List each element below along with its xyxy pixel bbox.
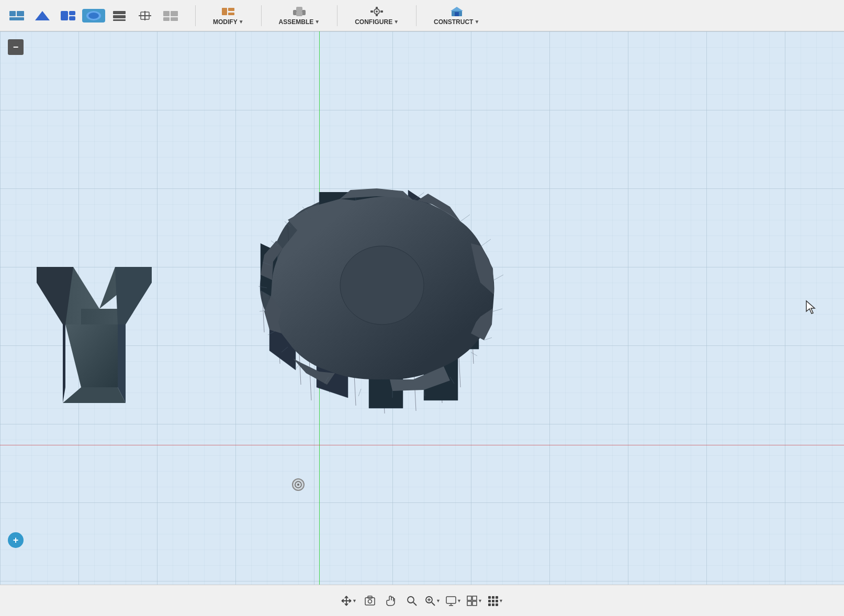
toolbar-icon-active[interactable] (82, 9, 105, 23)
viewport-canvas[interactable]: − (0, 31, 844, 585)
svg-point-26 (376, 10, 378, 13)
separator-2 (261, 5, 262, 26)
move-dropdown-arrow: ▼ (352, 598, 357, 603)
origin-point[interactable] (292, 478, 305, 491)
add-button[interactable]: + (8, 532, 24, 548)
svg-rect-23 (296, 7, 302, 12)
assemble-label: ASSEMBLE (279, 18, 314, 26)
svg-rect-28 (376, 14, 378, 16)
svg-rect-66 (496, 596, 498, 599)
modify-arrow: ▼ (239, 19, 244, 25)
svg-rect-33 (455, 12, 459, 16)
svg-rect-63 (472, 601, 477, 606)
toolbar-icon-1[interactable] (5, 9, 28, 23)
svg-marker-40 (63, 324, 65, 403)
toolbar-icon-4[interactable] (108, 9, 131, 23)
move-tool-button[interactable]: ▼ (341, 592, 357, 609)
grid-dropdown-arrow: ▼ (478, 598, 482, 603)
configure-arrow: ▼ (393, 19, 399, 25)
svg-rect-7 (69, 16, 75, 20)
display-mode-button[interactable]: ▼ (445, 592, 462, 609)
minus-button[interactable]: − (8, 39, 24, 55)
construct-arrow: ▼ (474, 19, 479, 25)
modify-label: MODIFY (213, 18, 238, 26)
svg-rect-27 (376, 7, 378, 9)
top-toolbar: MODIFY ▼ ASSEMBLE ▼ (0, 0, 844, 31)
assemble-button[interactable]: ASSEMBLE ▼ (275, 4, 324, 28)
svg-point-44 (340, 246, 424, 324)
layout-button[interactable]: ▼ (487, 592, 504, 609)
svg-rect-62 (467, 601, 471, 606)
toolbar-icon-2[interactable] (31, 9, 54, 23)
construct-label: CONSTRUCT (434, 18, 473, 26)
svg-rect-49 (368, 596, 372, 598)
svg-rect-69 (496, 600, 498, 602)
svg-point-46 (297, 484, 299, 486)
svg-marker-32 (451, 7, 463, 11)
separator-3 (337, 5, 337, 26)
toolbar-icon-5[interactable] (133, 9, 156, 23)
svg-rect-15 (171, 11, 178, 16)
svg-rect-6 (69, 11, 75, 15)
letter-y-3d (31, 251, 178, 410)
separator-4 (416, 5, 417, 26)
svg-rect-0 (9, 11, 16, 16)
find-button[interactable] (403, 592, 420, 609)
svg-rect-70 (488, 603, 491, 606)
svg-rect-1 (17, 11, 24, 16)
svg-marker-38 (65, 324, 118, 387)
assemble-arrow: ▼ (314, 19, 320, 25)
grid-toggle-button[interactable]: ▼ (466, 592, 483, 609)
pan-tool-button[interactable] (382, 592, 399, 609)
svg-rect-19 (228, 8, 234, 11)
svg-rect-72 (496, 603, 498, 606)
svg-point-9 (88, 13, 99, 19)
svg-rect-16 (163, 17, 170, 21)
svg-marker-41 (115, 267, 152, 324)
svg-rect-61 (472, 596, 477, 600)
svg-rect-71 (492, 603, 494, 606)
toolbar-icon-6[interactable] (159, 9, 182, 23)
svg-rect-20 (228, 13, 234, 15)
separator-1 (195, 5, 196, 26)
svg-point-51 (408, 597, 414, 603)
construct-button[interactable]: CONSTRUCT ▼ (430, 4, 483, 28)
svg-rect-4 (40, 14, 44, 20)
svg-rect-68 (492, 600, 494, 602)
svg-rect-24 (296, 12, 302, 16)
svg-rect-48 (365, 598, 375, 605)
svg-rect-65 (492, 596, 494, 599)
svg-line-54 (432, 602, 435, 606)
bottom-toolbar: ▼ ▼ (0, 585, 844, 616)
svg-rect-18 (222, 8, 227, 15)
svg-rect-5 (61, 11, 68, 20)
svg-rect-10 (113, 11, 126, 14)
svg-rect-67 (488, 600, 491, 602)
svg-rect-2 (9, 17, 24, 20)
display-dropdown-arrow: ▼ (457, 598, 462, 603)
left-toolbar-icons (5, 9, 182, 23)
svg-rect-12 (113, 19, 126, 21)
zoom-dropdown-arrow: ▼ (436, 598, 441, 603)
svg-rect-17 (171, 17, 178, 21)
gear-3d (215, 133, 570, 481)
svg-point-50 (368, 599, 372, 603)
svg-rect-29 (370, 10, 373, 13)
configure-button[interactable]: CONFIGURE ▼ (351, 4, 403, 28)
svg-rect-60 (467, 596, 471, 600)
layout-dropdown-arrow: ▼ (499, 598, 503, 603)
svg-marker-43 (63, 387, 126, 403)
svg-rect-30 (380, 10, 383, 13)
svg-rect-57 (446, 597, 456, 603)
toolbar-icon-3[interactable] (57, 9, 80, 23)
svg-rect-64 (488, 596, 491, 599)
configure-label: CONFIGURE (355, 18, 392, 26)
svg-line-52 (413, 602, 417, 606)
modify-button[interactable]: MODIFY ▼ (209, 4, 248, 28)
svg-rect-11 (113, 15, 126, 18)
snapshot-button[interactable] (362, 592, 378, 609)
zoom-button[interactable]: ▼ (424, 592, 441, 609)
svg-rect-14 (163, 11, 170, 16)
